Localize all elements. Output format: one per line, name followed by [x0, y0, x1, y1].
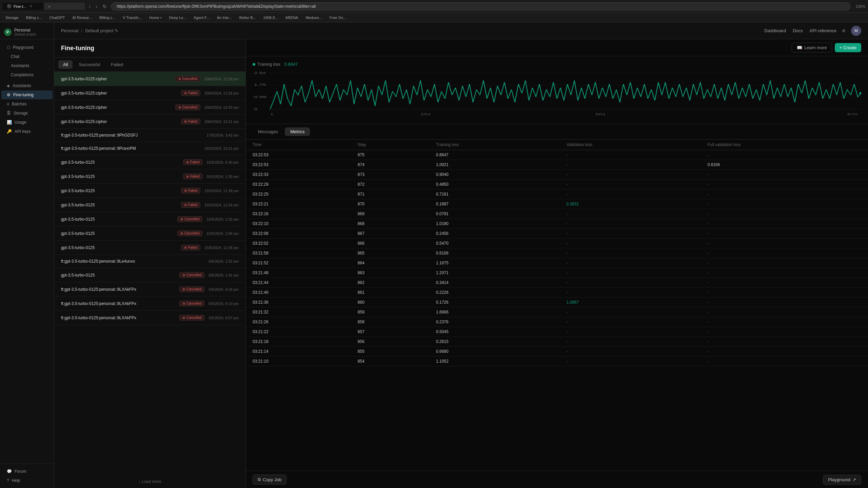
cell-full-validation-loss: - — [701, 189, 868, 199]
job-item[interactable]: gpt-3.5-turbo-0125:cipher ⊗ Cancelled 20… — [54, 100, 245, 115]
load-more-button[interactable]: ↓ Load more — [54, 475, 245, 488]
sidebar-item-chat[interactable]: Chat — [1, 52, 53, 61]
create-button[interactable]: + Create — [835, 43, 861, 52]
job-right: ⊗ Cancelled 15/5/2024, 2:04 am — [177, 230, 239, 236]
job-item[interactable]: ft:gpt-3.5-turbo-0125:personal::9LXAkFPx… — [54, 311, 245, 325]
job-item[interactable]: gpt-3.5-turbo-0125 ⊗ Failed 15/5/2024, 1… — [54, 184, 245, 198]
active-tab[interactable]: ⚫ Fine-t... ✕ — [3, 3, 43, 10]
job-item[interactable]: gpt-3.5-turbo-0125:cipher ⊗ Failed 20/6/… — [54, 115, 245, 129]
back-button[interactable]: ‹ — [87, 2, 92, 11]
job-item[interactable]: gpt-3.5-turbo-0125 ⊗ Failed 15/5/2024, 1… — [54, 198, 245, 212]
bookmark-transform[interactable]: V Transfo... — [120, 15, 144, 20]
table-body: 03:22:53 875 0.8647 - - 03:22:53 874 1.0… — [246, 150, 868, 366]
job-item[interactable]: ft:gpt-3.5-turbo-0125:personal::9PhGDSFJ… — [54, 129, 245, 142]
svg-text:870: 870 — [847, 112, 858, 116]
job-item[interactable]: ft:gpt-3.5-turbo-0125:personal::9LXAkFPx… — [54, 297, 245, 311]
cell-step: 868 — [351, 219, 429, 229]
job-item[interactable]: gpt-3.5-turbo-0125:cipher ⊗ Failed 20/6/… — [54, 86, 245, 100]
cell-full-validation-loss: - — [701, 327, 868, 337]
job-item[interactable]: gpt-3.5-turbo-0125 ⊗ Cancelled 15/5/2024… — [54, 212, 245, 226]
cell-time: 03:22:16 — [246, 209, 351, 219]
bookmark-billing2[interactable]: Billing c... — [97, 15, 118, 20]
bookmark-better[interactable]: Better B... — [237, 15, 259, 20]
job-item[interactable]: gpt-3.5-turbo-0125 ⊗ Cancelled 15/5/2024… — [54, 226, 245, 241]
job-name: ft:gpt-3.5-turbo-0125:personal::9Le4unxo — [61, 259, 135, 264]
bookmark-billing1[interactable]: Billing c... — [23, 15, 45, 20]
sidebar-item-playground[interactable]: ⬡ Playground — [1, 43, 53, 52]
nav-api-reference[interactable]: API reference — [810, 28, 837, 33]
cell-validation-loss: - — [559, 170, 701, 180]
job-item[interactable]: gpt-3.5-turbo-0125:cipher ⊗ Cancelled 20… — [54, 72, 245, 86]
table-row: 03:21:40 861 0.2226 - - — [246, 288, 868, 298]
bookmark-inte[interactable]: An Inte... — [214, 15, 235, 20]
playground-button[interactable]: Playground ↗ — [823, 475, 861, 485]
job-right: ⊗ Cancelled 15/5/2024, 2:33 am — [177, 216, 239, 222]
bookmark-research[interactable]: AI Resear... — [70, 15, 94, 20]
sidebar-item-assistants-sub[interactable]: Assistants — [1, 61, 53, 70]
learn-more-button[interactable]: 📖 Learn more — [792, 43, 832, 53]
job-name: ft:gpt-3.5-turbo-0125:personal::9LXAkFPx — [61, 316, 136, 320]
address-bar[interactable] — [111, 2, 850, 11]
table-row: 03:21:52 864 1.1675 - - — [246, 258, 868, 268]
refresh-button[interactable]: ↻ — [101, 2, 108, 11]
bookmark-home[interactable]: Home • — [146, 15, 164, 20]
job-name: gpt-3.5-turbo-0125 — [61, 245, 95, 250]
cell-training-loss: 0.4850 — [429, 180, 559, 189]
bookmark-2406[interactable]: 2406.0... — [261, 15, 281, 20]
cell-time: 03:22:29 — [246, 180, 351, 189]
copy-job-button[interactable]: ⧉ Copy Job — [253, 474, 287, 485]
bookmark-deeple[interactable]: Deep Le... — [166, 15, 189, 20]
job-item[interactable]: gpt-3.5-turbo-0125 ⊗ Failed 15/5/2024, 1… — [54, 241, 245, 255]
status-badge: ⊗ Failed — [181, 90, 200, 96]
bookmark-storage[interactable]: Storage — [3, 15, 21, 20]
bookmark-chatgpt[interactable]: ChatGPT — [47, 15, 68, 20]
new-tab[interactable]: + — [44, 3, 85, 10]
bookmark-freeon[interactable]: Free On... — [327, 15, 349, 20]
bookmark-agent[interactable]: Agent F... — [191, 15, 212, 20]
job-item[interactable]: gpt-3.5-turbo-0125 ⊗ Failed 16/5/2024, 1… — [54, 169, 245, 184]
fail-icon: ⊗ — [186, 160, 189, 164]
cell-validation-loss: - — [559, 347, 701, 357]
sidebar-item-fine-tuning[interactable]: ⚙ Fine-tuning — [1, 90, 53, 99]
forward-button[interactable]: › — [95, 2, 99, 11]
avatar[interactable]: M — [851, 26, 861, 36]
job-item[interactable]: ft:gpt-3.5-turbo-0125:personal::9Le4unxo… — [54, 255, 245, 268]
table-row: 03:21:10 854 1.1052 - - — [246, 357, 868, 366]
nav-docs[interactable]: Docs — [793, 28, 803, 33]
sidebar-item-forum[interactable]: 💬 Forum — [1, 467, 53, 476]
settings-icon[interactable]: ⚙ — [842, 28, 846, 33]
job-time: 20/6/2024, 12:21 am — [204, 120, 239, 124]
job-name: gpt-3.5-turbo-0125 — [61, 217, 95, 222]
job-item[interactable]: gpt-3.5-turbo-0125 ⊗ Failed 16/5/2024, 6… — [54, 155, 245, 169]
job-list: gpt-3.5-turbo-0125:cipher ⊗ Cancelled 20… — [54, 72, 245, 475]
tab-label: Fine-t... — [14, 4, 26, 8]
sidebar-item-completions[interactable]: Completions — [1, 70, 53, 79]
sidebar-item-batches[interactable]: ≡ Batches — [1, 100, 53, 108]
job-item[interactable]: ft:gpt-3.5-turbo-0125:personal::9PcexrPM… — [54, 142, 245, 155]
table-row: 03:21:58 865 0.6106 - - — [246, 248, 868, 258]
sidebar-item-usage[interactable]: 📊 Usage — [1, 118, 53, 127]
tab-metrics[interactable]: Metrics — [285, 127, 310, 136]
tab-close[interactable]: ✕ — [29, 4, 33, 8]
cancel-icon: ⊗ — [182, 273, 185, 277]
cell-full-validation-loss: - — [701, 180, 868, 189]
cell-validation-loss: - — [559, 327, 701, 337]
sidebar-item-help[interactable]: ? Help — [1, 476, 53, 485]
job-item[interactable]: ft:gpt-3.5-turbo-0125:personal::9LXAkFPx… — [54, 282, 245, 297]
tab-successful[interactable]: Successful — [74, 60, 105, 69]
sidebar-item-storage[interactable]: 🗄 Storage — [1, 109, 53, 118]
table-row: 03:21:32 859 1.6906 - - — [246, 307, 868, 317]
bookmark-arena[interactable]: ARENA — [283, 15, 301, 20]
tab-messages[interactable]: Messages — [253, 127, 283, 136]
tab-all[interactable]: All — [58, 60, 73, 69]
nav-dashboard[interactable]: Dashboard — [764, 28, 786, 33]
bookmark-meduso[interactable]: Meduso... — [303, 15, 324, 20]
job-item[interactable]: gpt-3.5-turbo-0125 ⊗ Cancelled 6/5/2024,… — [54, 268, 245, 282]
sidebar-item-api-keys[interactable]: 🔑 API keys — [1, 127, 53, 136]
table-row: 03:22:16 869 0.0791 - - — [246, 209, 868, 219]
tab-failed[interactable]: Failed — [106, 60, 127, 69]
cell-step: 863 — [351, 268, 429, 278]
job-right: ⊗ Failed 16/5/2024, 6:40 pm — [183, 159, 239, 165]
job-time: 15/5/2024, 2:04 am — [206, 231, 239, 236]
sidebar-item-assistants[interactable]: ◈ Assistants — [1, 81, 53, 90]
